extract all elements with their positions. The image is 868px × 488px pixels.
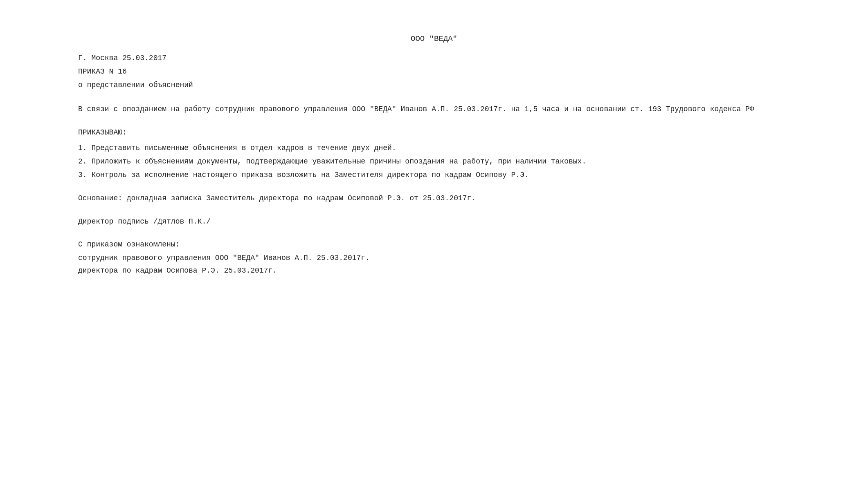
document-title: ООО "ВЕДА" [78, 33, 790, 45]
order-number: ПРИКАЗ N 16 [78, 66, 790, 78]
order-item-1: 1. Представить письменные объяснения в о… [78, 142, 790, 154]
body-paragraph: В связи с опозданием на работу сотрудник… [78, 103, 790, 115]
document: ООО "ВЕДА" Г. Москва 25.03.2017 ПРИКАЗ N… [45, 16, 823, 294]
order-items-list: 1. Представить письменные объяснения в о… [78, 142, 790, 181]
signature-line: Директор подпись /Дятлов П.К./ [78, 216, 790, 228]
familiarized-item-2: директора по кадрам Осипова Р.Э. 25.03.2… [78, 265, 790, 277]
basis-text: Основание: докладная записка Заместитель… [78, 193, 790, 204]
familiarized-item-1: сотрудник правового управления ООО "ВЕДА… [78, 252, 790, 264]
familiarized-header: С приказом ознакомлены: [78, 239, 790, 251]
order-item-3: 3. Контроль за исполнение настоящего при… [78, 169, 790, 181]
city-date: Г. Москва 25.03.2017 [78, 52, 790, 64]
order-header: ПРИКАЗЫВАЮ: [78, 127, 790, 139]
order-item-2: 2. Приложить к объяснениям документы, по… [78, 156, 790, 168]
order-subject: о представлении объяснений [78, 79, 790, 91]
